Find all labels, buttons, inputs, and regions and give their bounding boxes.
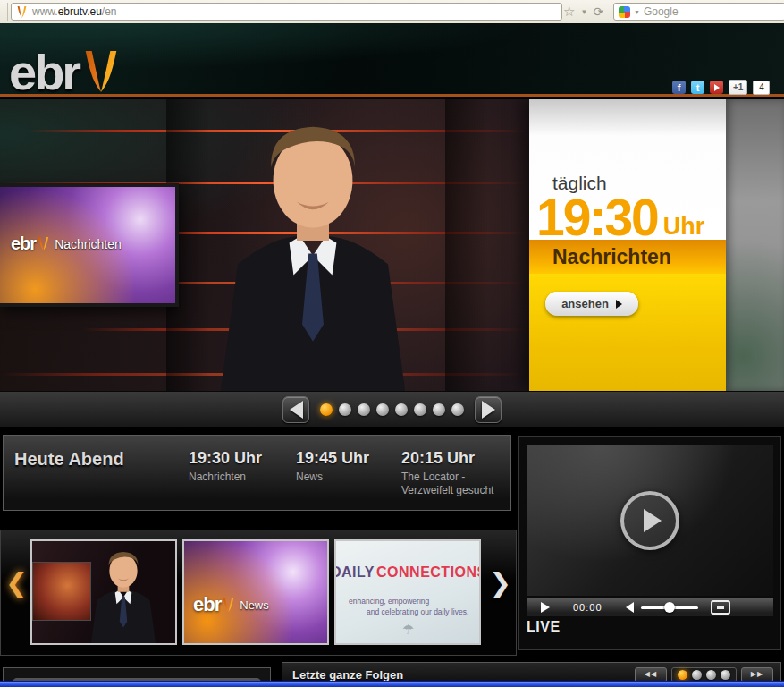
carousel-next-button[interactable] (475, 396, 502, 423)
schedule-time: 20:15 Uhr (401, 449, 493, 468)
browser-search-box[interactable]: ▼ Google (613, 3, 784, 21)
thumbnail-ebru-news[interactable]: ebr News (182, 539, 329, 645)
tulip-icon (222, 598, 235, 613)
monitor-logo-caption: Nachrichten (55, 237, 122, 251)
promo-top: täglich 19:30 Uhr (529, 99, 726, 240)
social-icons: f t +1 4 (672, 80, 770, 95)
studio-seam (445, 99, 488, 391)
facebook-icon[interactable]: f (672, 81, 686, 94)
twitter-icon[interactable]: t (691, 81, 704, 94)
episode-thumbnail-carousel: ❮ ❯ ebr News DAILYCONNECTIONS enhancing,… (0, 530, 517, 656)
monitor-logo-text: ebr (11, 233, 36, 254)
toolbar-separator (7, 3, 8, 21)
promo-show-title: Nachrichten (552, 245, 671, 269)
bottom-blue-bar (0, 681, 784, 687)
schedule-name: The Locator - Verzweifelt gesucht (401, 471, 493, 497)
promo-time-unit: Uhr (663, 215, 705, 239)
schedule-item[interactable]: 19:30 Uhr Nachrichten (189, 449, 262, 484)
youtube-icon[interactable] (710, 81, 723, 94)
prev-arrow-icon (290, 401, 303, 419)
fullscreen-glyph (717, 606, 724, 609)
tulip-icon (80, 48, 122, 95)
big-play-button[interactable] (620, 491, 679, 550)
carousel-dot[interactable] (692, 670, 702, 680)
promo-bottom: ansehen (529, 274, 726, 391)
play-button[interactable] (541, 602, 550, 613)
ebru-logo[interactable]: ebr (9, 48, 122, 95)
promo-panel: täglich 19:30 Uhr Nachrichten ansehen (529, 99, 726, 391)
site-favicon-icon (16, 5, 28, 19)
schedule-time: 19:45 Uhr (296, 449, 369, 468)
thumbnail-daily-connections[interactable]: DAILYCONNECTIONS enhancing, empowering a… (334, 539, 481, 645)
page: www.ebrutv.eu/en ☆ ▼ ⟳ ▼ Google ebr f t … (0, 0, 784, 687)
promo-time-value: 19:30 (536, 196, 658, 239)
google-plusone-button[interactable]: +1 (729, 80, 747, 95)
carousel-dot-active[interactable] (678, 670, 687, 680)
hero-carousel-dots (320, 403, 464, 416)
carousel-dot[interactable] (358, 403, 370, 416)
url-actions: ☆ ▼ ⟳ (563, 3, 603, 21)
volume-icon[interactable] (626, 602, 634, 613)
live-video-player: 00:00 LIVE (518, 436, 781, 650)
bookmark-star-icon[interactable]: ☆ (563, 4, 575, 20)
play-glyph (714, 84, 720, 91)
schedule-time: 19:30 Uhr (189, 449, 262, 468)
url-dropdown-icon[interactable]: ▼ (580, 8, 587, 16)
carousel-prev-button[interactable] (282, 396, 309, 423)
schedule-item[interactable]: 19:45 Uhr News (296, 449, 369, 484)
thumbs-next-icon[interactable]: ❯ (489, 570, 511, 597)
url-text: www.ebrutv.eu/en (32, 5, 117, 18)
reload-icon[interactable]: ⟳ (593, 4, 603, 19)
hero-carousel-bar (0, 391, 784, 427)
carousel-dot[interactable] (433, 403, 445, 416)
studio-monitor: ebr Nachrichten (0, 183, 179, 307)
plusone-count-badge: 4 (753, 81, 770, 95)
promo-show-band: Nachrichten (529, 240, 726, 274)
fullscreen-button[interactable] (711, 600, 730, 615)
site-header: ebr f t +1 4 Sendungen Ganze Folgen Prog… (0, 23, 784, 97)
google-icon (619, 6, 630, 18)
ebru-news-logo: ebr News (193, 593, 269, 616)
carousel-dot[interactable] (721, 670, 730, 680)
schedule-name: News (296, 471, 369, 484)
play-glyph (616, 300, 622, 309)
carousel-dot[interactable] (339, 403, 351, 416)
video-screen[interactable] (527, 445, 773, 596)
ansehen-label: ansehen (561, 297, 609, 310)
promo-time: 19:30 Uhr (536, 196, 704, 239)
hero-carousel-slide[interactable]: ebr Nachrichten täglich 19:30 Uhr Nachri… (0, 99, 784, 391)
latest-episodes-title: Letzte ganze Folgen (292, 668, 403, 682)
ansehen-button[interactable]: ansehen (545, 292, 638, 316)
carousel-dot[interactable] (414, 403, 426, 416)
url-bar[interactable]: www.ebrutv.eu/en (11, 3, 562, 21)
schedule-item[interactable]: 20:15 Uhr The Locator - Verzweifelt gesu… (401, 449, 493, 497)
browser-toolbar: www.ebrutv.eu/en ☆ ▼ ⟳ ▼ Google (0, 0, 784, 24)
stage-right-edge (726, 99, 784, 391)
thumbs-prev-icon[interactable]: ❮ (5, 570, 28, 597)
play-icon (644, 509, 662, 532)
carousel-dot[interactable] (376, 403, 389, 416)
carousel-dot-active[interactable] (320, 403, 333, 416)
umbrella-icon: ☂ (402, 622, 414, 638)
news-anchor-photo (200, 112, 426, 391)
tonight-panel: Heute Abend 19:30 Uhr Nachrichten 19:45 … (3, 435, 511, 511)
thumb-anchor (77, 547, 170, 645)
search-engine-dropdown-icon[interactable]: ▼ (634, 9, 640, 15)
tulip-icon (37, 236, 50, 251)
logo-text: ebr (9, 50, 79, 95)
carousel-dot[interactable] (395, 403, 408, 416)
playback-time: 00:00 (573, 602, 603, 613)
live-badge: LIVE (527, 619, 561, 635)
search-placeholder: Google (644, 5, 679, 18)
daily-tagline-2: and celebrating our daily lives. (367, 607, 468, 616)
carousel-dot[interactable] (451, 403, 464, 416)
schedule-name: Nachrichten (189, 471, 262, 484)
volume-slider[interactable] (641, 602, 698, 613)
daily-tagline-1: enhancing, empowering (349, 597, 429, 606)
next-arrow-icon (482, 401, 495, 419)
slider-thumb[interactable] (664, 602, 675, 613)
player-controls: 00:00 (527, 598, 773, 616)
carousel-dot[interactable] (706, 670, 716, 680)
monitor-logo: ebr Nachrichten (11, 233, 122, 254)
thumbnail-nachrichten[interactable] (30, 539, 177, 645)
